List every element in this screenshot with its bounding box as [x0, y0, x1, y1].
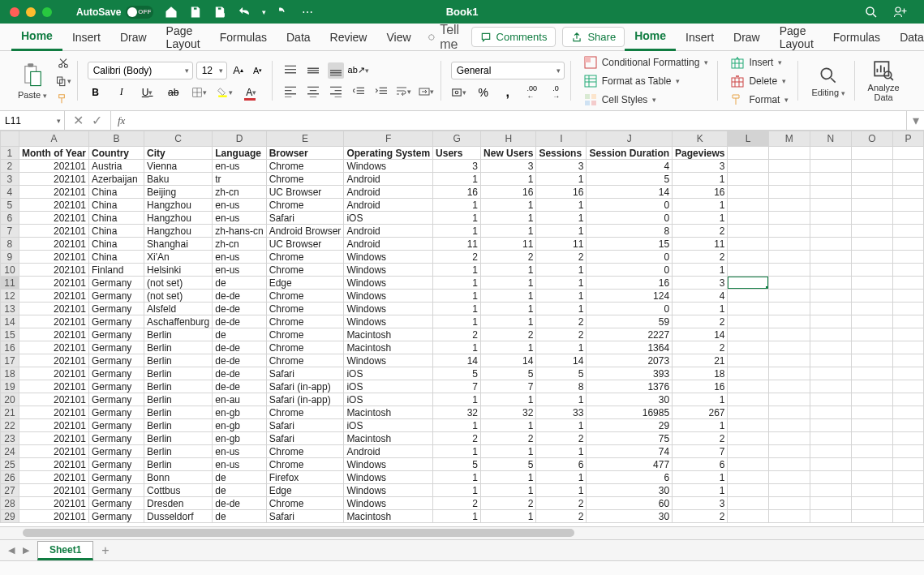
cell[interactable]: 267	[673, 406, 728, 419]
home-icon[interactable]	[165, 6, 178, 19]
cell[interactable]: 2	[481, 432, 536, 445]
cell[interactable]: Bonn	[144, 471, 213, 484]
cell[interactable]: 1	[673, 419, 728, 432]
cell[interactable]: en-us	[213, 251, 266, 264]
cell[interactable]: 6	[536, 458, 587, 471]
cell[interactable]	[810, 315, 851, 328]
cell[interactable]	[728, 186, 768, 199]
cell[interactable]: Azerbaijan	[89, 173, 144, 186]
undo-dropdown-icon[interactable]: ▾	[262, 8, 266, 16]
tab-data[interactable]: Data	[277, 24, 320, 51]
cell[interactable]	[728, 406, 768, 419]
cell[interactable]: Country	[89, 147, 144, 160]
format-as-table-button[interactable]: Format as Table	[581, 73, 684, 89]
cell[interactable]	[728, 419, 768, 432]
cut-icon[interactable]	[55, 55, 71, 71]
cell[interactable]: Dusseldorf	[144, 510, 213, 523]
cell[interactable]	[768, 186, 810, 199]
cell[interactable]: 7	[481, 380, 536, 393]
cell[interactable]: 202101	[19, 510, 88, 523]
copy-icon[interactable]	[55, 73, 71, 89]
tab-page-layout[interactable]: Page Layout	[157, 24, 210, 51]
cell[interactable]	[728, 471, 768, 484]
cell[interactable]: Berlin	[144, 406, 213, 419]
cell[interactable]: Macintosh	[344, 432, 433, 445]
cell[interactable]: zh-hans-cn	[213, 225, 266, 238]
cell[interactable]: 202101	[19, 251, 88, 264]
col-header-H[interactable]: H	[481, 131, 536, 147]
cell[interactable]: 202101	[19, 458, 88, 471]
col-header-B[interactable]: B	[89, 131, 144, 147]
cell[interactable]	[892, 393, 923, 406]
cell[interactable]: 15	[587, 238, 673, 251]
cell[interactable]	[728, 290, 768, 303]
cell[interactable]: 0	[587, 264, 673, 277]
save-icon[interactable]	[189, 6, 202, 19]
cell[interactable]: de	[213, 277, 266, 290]
cell[interactable]: Edge	[266, 277, 344, 290]
col-header-L[interactable]: L	[728, 131, 768, 147]
cell[interactable]: China	[89, 225, 144, 238]
cell[interactable]: Beijing	[144, 186, 213, 199]
cell[interactable]: 2	[481, 497, 536, 510]
cell[interactable]	[851, 264, 892, 277]
cell[interactable]	[728, 510, 768, 523]
tab-insert[interactable]: Insert	[676, 24, 724, 51]
tab-draw[interactable]: Draw	[724, 24, 770, 51]
cell[interactable]: Chrome	[266, 406, 344, 419]
cell[interactable]: Windows	[344, 458, 433, 471]
cell[interactable]: Berlin	[144, 328, 213, 341]
tab-review[interactable]: Review	[320, 24, 377, 51]
col-header-F[interactable]: F	[344, 131, 433, 147]
align-top-icon[interactable]	[282, 62, 299, 79]
cell[interactable]	[728, 199, 768, 212]
accounting-format-icon[interactable]	[451, 84, 467, 101]
row-header[interactable]: 4	[1, 186, 19, 199]
cell[interactable]: 11	[433, 238, 481, 251]
cell[interactable]	[768, 458, 810, 471]
cell[interactable]	[728, 251, 768, 264]
cell[interactable]: China	[89, 251, 144, 264]
cell[interactable]: Windows	[344, 251, 433, 264]
cell[interactable]: Safari	[266, 212, 344, 225]
cell[interactable]	[728, 264, 768, 277]
cell[interactable]: 1	[433, 264, 481, 277]
cell[interactable]: Germany	[89, 393, 144, 406]
cell[interactable]: 1	[536, 290, 587, 303]
cell[interactable]	[892, 380, 923, 393]
cell[interactable]	[892, 251, 923, 264]
cell[interactable]	[810, 303, 851, 315]
cell[interactable]	[851, 303, 892, 315]
enter-formula-icon[interactable]: ✓	[92, 113, 102, 128]
cell[interactable]	[768, 445, 810, 458]
cell[interactable]: Windows	[344, 277, 433, 290]
cell[interactable]: Germany	[89, 341, 144, 354]
cell[interactable]: 202101	[19, 225, 88, 238]
cell[interactable]: 60	[587, 497, 673, 510]
cell[interactable]	[892, 497, 923, 510]
decrease-indent-icon[interactable]	[350, 84, 367, 100]
cell[interactable]: iOS	[344, 380, 433, 393]
cell[interactable]: 1	[536, 419, 587, 432]
cell[interactable]	[768, 160, 810, 173]
border-icon[interactable]	[191, 84, 208, 101]
cell[interactable]	[892, 277, 923, 290]
cell[interactable]	[728, 497, 768, 510]
cell[interactable]	[810, 445, 851, 458]
cell[interactable]: de-de	[213, 290, 266, 303]
cell[interactable]: 5	[587, 173, 673, 186]
cell[interactable]	[892, 238, 923, 251]
cell[interactable]: Android	[344, 238, 433, 251]
cell[interactable]: 75	[587, 432, 673, 445]
cell[interactable]	[768, 471, 810, 484]
cell[interactable]	[768, 432, 810, 445]
comma-icon[interactable]: ,	[500, 84, 516, 101]
cell[interactable]: Macintosh	[344, 406, 433, 419]
cell[interactable]	[810, 393, 851, 406]
cell[interactable]	[810, 432, 851, 445]
cell[interactable]: Windows	[344, 290, 433, 303]
col-header-A[interactable]: A	[19, 131, 88, 147]
cell[interactable]: 5	[433, 367, 481, 380]
cell[interactable]	[728, 277, 768, 290]
cell[interactable]	[810, 484, 851, 497]
